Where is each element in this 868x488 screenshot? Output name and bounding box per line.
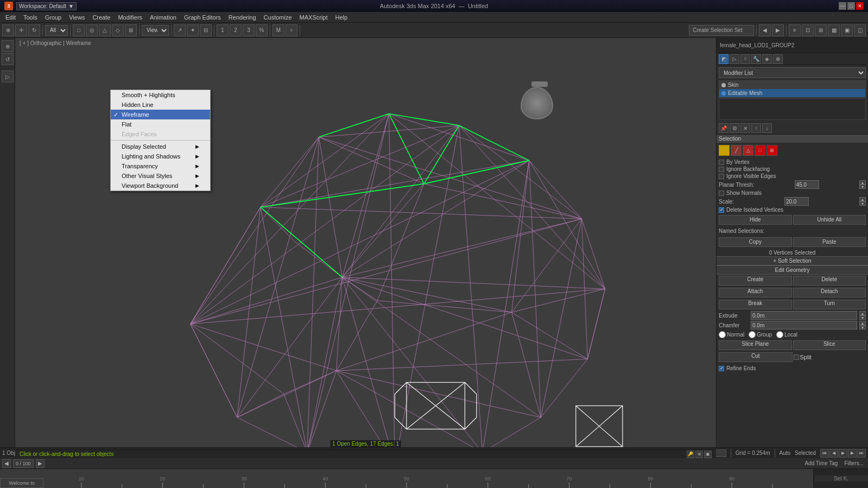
planar-thresh-up[interactable]: ▲: [859, 180, 866, 185]
planar-thresh-input[interactable]: [795, 180, 819, 189]
menu-tools[interactable]: Tools: [20, 13, 41, 22]
panel-icon-display[interactable]: ◩: [719, 54, 728, 64]
menu-help[interactable]: Help: [332, 13, 351, 22]
ctx-viewport-background[interactable]: Viewport Background ▶: [111, 181, 210, 191]
menu-rendering[interactable]: Rendering: [225, 13, 259, 22]
chamfer-input[interactable]: [751, 321, 857, 329]
status-icon3[interactable]: ▣: [704, 451, 712, 458]
scale-input[interactable]: [784, 197, 809, 206]
toolbar-align-btn[interactable]: ⊦: [286, 24, 297, 36]
panel-icon-motion[interactable]: ▷: [730, 54, 739, 64]
viewport-area[interactable]: [ + ] Orthographic | Wireframe: [15, 38, 716, 458]
slice-plane-btn[interactable]: Slice Plane: [719, 340, 792, 350]
cut-btn[interactable]: Cut: [719, 352, 793, 362]
menu-customize[interactable]: Customize: [261, 13, 295, 22]
mod-del-btn[interactable]: ✕: [740, 123, 750, 133]
soft-selection-header[interactable]: + Soft Selection: [717, 256, 868, 265]
scale-dn[interactable]: ▼: [859, 201, 866, 206]
menu-graph-editors[interactable]: Graph Editors: [181, 13, 224, 22]
toolbar-btn15[interactable]: ▶: [772, 24, 784, 36]
toolbar-btn13[interactable]: 3: [243, 24, 255, 36]
prev-frame-btn[interactable]: ⏮: [820, 449, 829, 458]
menu-animation[interactable]: Animation: [147, 13, 180, 22]
next-frame-btn[interactable]: ⏭: [857, 449, 866, 458]
turn-btn[interactable]: Turn: [793, 300, 866, 309]
panel-icon-util[interactable]: 🔧: [751, 54, 761, 64]
toolbar-btn8[interactable]: ↗: [174, 24, 186, 36]
delete-isolated-check[interactable]: ✓: [719, 207, 724, 213]
lt-btn1[interactable]: ⊕: [2, 40, 14, 52]
lt-btn3[interactable]: ▷: [2, 71, 14, 83]
ctx-other-visual-styles[interactable]: Other Visual Styles ▶: [111, 171, 210, 181]
sel-polygon-btn[interactable]: □: [755, 145, 765, 156]
planar-thresh-dn[interactable]: ▼: [859, 185, 866, 189]
normal-radio[interactable]: [719, 331, 726, 338]
toolbar-rotate-btn[interactable]: ↻: [28, 24, 40, 36]
ctx-hidden-line[interactable]: Hidden Line: [111, 100, 210, 110]
toolbar-scale-btn[interactable]: %: [256, 24, 268, 36]
break-btn[interactable]: Break: [719, 300, 792, 309]
toolbar-move-btn[interactable]: ✛: [15, 24, 27, 36]
toolbar-btn9[interactable]: ✦: [187, 24, 199, 36]
by-vertex-check[interactable]: [719, 160, 724, 165]
scale-up[interactable]: ▲: [859, 197, 866, 201]
show-normals-check[interactable]: [719, 191, 724, 196]
panel-icon-modify[interactable]: ⊕: [773, 54, 783, 64]
next-key-btn[interactable]: ▶: [848, 449, 857, 458]
mod-cfg-btn[interactable]: ⚙: [730, 123, 739, 133]
toolbar-btn5[interactable]: △: [99, 24, 111, 36]
refine-ends-check[interactable]: ✓: [719, 366, 724, 371]
paste-btn[interactable]: Paste: [793, 237, 866, 247]
local-radio[interactable]: [776, 331, 783, 338]
lt-btn2[interactable]: ↺: [2, 53, 14, 65]
modifier-list-dropdown[interactable]: Modifier List: [719, 67, 866, 78]
sel-vertex-btn[interactable]: ·: [719, 145, 730, 156]
toolbar-render2-btn[interactable]: ⊞: [815, 24, 827, 36]
maximize-button[interactable]: □: [847, 2, 855, 10]
timeline-prev-btn[interactable]: ◀: [2, 459, 11, 468]
panel-icon-create[interactable]: ◈: [762, 54, 772, 64]
hide-btn[interactable]: Hide: [719, 215, 792, 225]
delete-btn[interactable]: Delete: [793, 276, 866, 286]
mod-pin-btn[interactable]: 📌: [719, 123, 728, 133]
prev-key-btn[interactable]: ◀: [829, 449, 838, 458]
toolbar-render5-btn[interactable]: ◫: [854, 24, 866, 36]
scrubber-area[interactable]: 10 20 30 40 50 60 70 80 90: [0, 469, 814, 488]
play-btn[interactable]: ▶: [839, 449, 847, 458]
ctx-display-selected[interactable]: Display Selected ▶: [111, 142, 210, 151]
modifier-skin[interactable]: Skin: [719, 81, 865, 89]
ctx-lighting-shadows[interactable]: Lighting and Shadows ▶: [111, 151, 210, 161]
ctx-wireframe[interactable]: Wireframe: [111, 110, 210, 119]
toolbar-filter-dropdown[interactable]: All: [45, 25, 68, 36]
menu-modifiers[interactable]: Modifiers: [115, 13, 145, 22]
ctx-edged-faces[interactable]: Edged Faces: [111, 129, 210, 139]
toolbar-btn3[interactable]: □: [73, 24, 85, 36]
nav-cube[interactable]: [521, 81, 559, 119]
attach-btn[interactable]: Attach: [719, 288, 792, 297]
ctx-transparency[interactable]: Transparency ▶: [111, 161, 210, 171]
chamfer-up[interactable]: ▲: [859, 321, 866, 325]
unhide-all-btn[interactable]: Unhide All: [793, 215, 866, 225]
toolbar-layer-btn[interactable]: ≡: [789, 24, 801, 36]
timeline-next-btn[interactable]: ▶: [36, 459, 45, 468]
ctx-smooth-highlights[interactable]: Smooth + Highlights: [111, 90, 210, 100]
extrude-dn[interactable]: ▼: [859, 315, 866, 320]
split-check[interactable]: [794, 354, 799, 360]
ignore-visible-edges-check[interactable]: [719, 174, 724, 179]
toolbar-view-dropdown[interactable]: View: [142, 25, 169, 36]
copy-btn[interactable]: Copy: [719, 237, 792, 247]
group-radio[interactable]: [749, 331, 756, 338]
ctx-flat[interactable]: Flat: [111, 119, 210, 129]
workspace-selector[interactable]: Workspace: Default ▼: [16, 2, 77, 10]
menu-create[interactable]: Create: [89, 13, 113, 22]
toolbar-btn14[interactable]: ◀: [759, 24, 771, 36]
extrude-up[interactable]: ▲: [859, 311, 866, 315]
sel-edge-btn[interactable]: ╱: [731, 145, 742, 156]
toolbar-mirr-btn[interactable]: M: [273, 24, 284, 36]
mod-up-btn[interactable]: ↑: [751, 123, 761, 133]
detach-btn[interactable]: Detach: [793, 288, 866, 297]
sel-face-btn[interactable]: △: [743, 145, 753, 156]
minimize-button[interactable]: —: [839, 2, 846, 10]
selection-header[interactable]: Selection: [717, 135, 868, 143]
menu-views[interactable]: Views: [66, 13, 88, 22]
